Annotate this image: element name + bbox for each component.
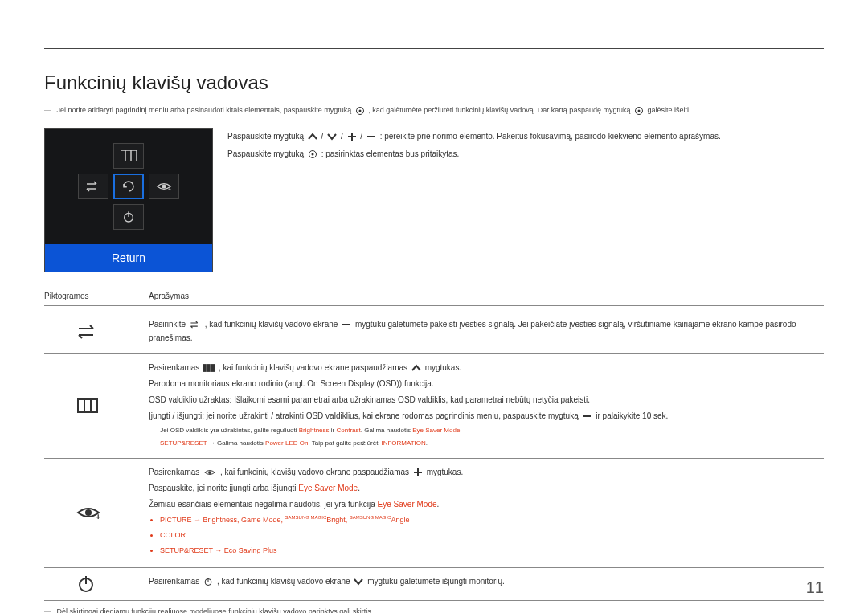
top-divider — [44, 48, 824, 49]
svg-text:+: + — [168, 186, 171, 191]
manual-page: Funkcinių klavišų vadovas ― Jei norite a… — [0, 0, 868, 613]
table-divider — [44, 305, 824, 306]
r2l3: OSD valdiklio užraktas: Išlaikomi esami … — [149, 393, 824, 407]
table-header: Piktogramos Aprašymas — [44, 292, 824, 300]
menu-icon — [203, 364, 215, 372]
r3l3b: Eye Saver Mode — [378, 500, 437, 509]
up-icon — [308, 133, 317, 141]
r2a: Pasirenkamas — [149, 363, 199, 372]
plus-icon — [347, 132, 357, 141]
svg-point-15 — [311, 153, 313, 155]
footnote-text: Dėl skirtingai diegiamų funkcijų realiuo… — [57, 607, 374, 613]
r2na: Jei OSD valdiklis yra užrakintas, galite… — [160, 427, 297, 434]
r2n2b: → Galima naudotis — [209, 439, 264, 447]
side-line1a: Paspauskite mygtuką — [227, 132, 304, 141]
r2n2d: . Taip pat galite peržiūrėti — [308, 439, 379, 447]
plus-icon — [413, 468, 423, 477]
r2nf: Eye Saver Mode — [412, 427, 460, 434]
side-line2b: : pasirinktas elementas bus pritaikytas. — [321, 149, 460, 158]
r1b: , kad funkcinių klavišų vadovo ekrane — [205, 320, 338, 329]
side-line1b: : pereikite prie norimo elemento. Pakeit… — [380, 132, 721, 141]
minus-icon — [366, 132, 376, 141]
r2ne: . Galima naudotis — [361, 427, 411, 434]
panel-return-label: Return — [45, 244, 212, 272]
r2l4a: Įjungti / išjungti: jei norite užrakinti… — [149, 411, 579, 420]
intro-part2: , kad galėtumėte peržiūrėti funkcinių kl… — [368, 106, 630, 114]
r2nb: Brightness — [299, 427, 330, 434]
r4b: , kad funkcinių klavišų vadovo ekrane — [217, 577, 350, 586]
r2b: , kai funkcinių klavišų vadovo ekrane pa… — [219, 363, 407, 372]
svg-point-1 — [358, 109, 361, 112]
jog-icon — [634, 106, 644, 116]
up-icon — [411, 364, 421, 372]
side-line2a: Paspauskite mygtuką — [227, 149, 304, 158]
panel-eye-icon: + — [149, 174, 179, 199]
r3b1v: Angle — [391, 516, 409, 524]
intro-part3: galėsite išeiti. — [647, 106, 690, 114]
source-icon — [44, 317, 149, 347]
dash-icon: ― — [44, 607, 51, 613]
jog-icon — [355, 106, 365, 116]
side-instructions: Paspauskite mygtuką / / / : pereikite pr… — [227, 128, 824, 272]
panel-return-icon — [113, 174, 144, 199]
list-item: SETUP&RESET → Eco Saving Plus — [160, 545, 824, 557]
svg-point-3 — [637, 109, 640, 112]
r2n2c: Power LED On — [265, 439, 308, 447]
r3l3a: Žemiau esančiais elementais negalima nau… — [149, 500, 375, 509]
r3b: , kai funkcinių klavišų vadovo ekrane pa… — [220, 468, 409, 476]
power-icon — [203, 577, 213, 586]
list-item: PICTURE → Brightness, Game Mode, SAMSUNG… — [160, 513, 824, 526]
r3c: mygtukas. — [427, 468, 464, 476]
th-desc: Aprašymas — [149, 292, 824, 300]
down-icon — [354, 578, 363, 586]
table-row: + Pasirenkamas , kai funkcinių klavišų v… — [44, 459, 824, 568]
r2c: mygtukas. — [425, 363, 462, 372]
svg-rect-20 — [203, 364, 215, 372]
r2l4b: ir palaikykite 10 sek. — [596, 411, 668, 420]
svg-rect-17 — [78, 399, 97, 412]
panel-menu-icon — [113, 143, 144, 169]
jog-icon — [308, 149, 317, 159]
table-row: Pasirenkamas , kai funkcinių klavišų vad… — [44, 354, 824, 459]
dash-icon: ― — [44, 106, 51, 114]
minus-icon — [342, 321, 351, 328]
source-icon — [190, 321, 201, 329]
panel-source-icon — [78, 174, 108, 199]
r4a: Pasirenkamas — [149, 577, 199, 586]
r1a: Pasirinkite — [149, 320, 186, 329]
footnote: ― Dėl skirtingai diegiamų funkcijų reali… — [44, 607, 824, 613]
r3b1s: SAMSUNG MAGIC — [285, 515, 327, 520]
r3l2a: Paspauskite, jei norite įjungti arba išj… — [149, 484, 296, 492]
svg-rect-4 — [121, 150, 137, 161]
svg-text:+: + — [96, 512, 100, 521]
down-icon — [327, 133, 337, 141]
menu-icon — [44, 361, 149, 452]
r2l2: Parodoma monitoriaus ekrano rodinio (ang… — [149, 377, 824, 390]
power-icon — [44, 574, 149, 594]
table-row: Pasirenkamas , kad funkcinių klavišų vad… — [44, 568, 824, 601]
r3a: Pasirenkamas — [149, 468, 199, 476]
eye-icon: + — [44, 465, 149, 561]
svg-point-26 — [208, 471, 211, 474]
r2nc: ir — [331, 427, 334, 434]
r3l2b: Eye Saver Mode — [298, 484, 358, 492]
eye-icon — [203, 468, 216, 476]
table-row: Pasirinkite , kad funkcinių klavišų vado… — [44, 311, 824, 354]
r2nd: Contrast — [336, 427, 360, 434]
intro-text: ― Jei norite atidaryti pagrindinį meniu … — [44, 105, 824, 116]
svg-point-7 — [162, 184, 166, 188]
r3b1: PICTURE → Brightness, Game Mode, — [160, 516, 285, 524]
panel-power-icon — [113, 204, 144, 230]
th-icons: Piktogramos — [44, 292, 149, 300]
r3b1t: Bright, — [326, 516, 350, 524]
r2n2a: SETUP&RESET — [160, 439, 207, 447]
r2n2e: INFORMATION — [381, 439, 425, 447]
r3b1u: SAMSUNG MAGIC — [350, 515, 391, 520]
r4c: mygtuku galėtumėte išjungti monitorių. — [367, 577, 505, 586]
main-row: + Return Paspauskite mygtuką / / / : per… — [44, 128, 824, 272]
list-item: COLOR — [160, 529, 824, 541]
svg-point-24 — [85, 509, 92, 516]
page-number: 11 — [806, 578, 824, 597]
osd-panel: + Return — [44, 128, 213, 272]
page-title: Funkcinių klavišų vadovas — [44, 72, 824, 94]
